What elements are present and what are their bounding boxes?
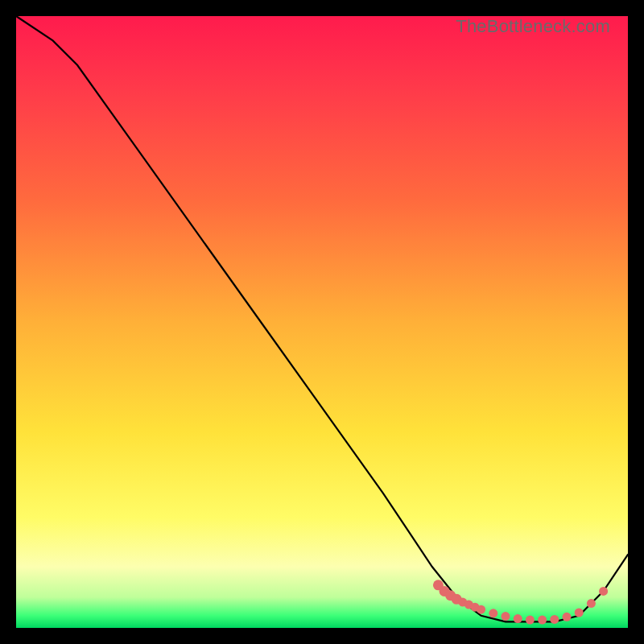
marker-dot xyxy=(502,612,510,621)
marker-dot xyxy=(563,613,572,621)
marker-dot xyxy=(477,605,485,614)
marker-dot xyxy=(489,609,497,617)
curve-svg xyxy=(16,16,628,628)
flat-region-markers xyxy=(433,580,608,624)
marker-dot xyxy=(538,616,547,625)
marker-dot xyxy=(575,609,584,617)
chart-frame: TheBottleneck.com xyxy=(16,16,628,628)
bottleneck-curve-line xyxy=(16,16,628,621)
marker-dot xyxy=(599,587,608,596)
marker-dot xyxy=(550,615,559,624)
marker-dot xyxy=(514,614,522,623)
marker-dot xyxy=(587,599,596,608)
marker-dot xyxy=(526,616,535,625)
